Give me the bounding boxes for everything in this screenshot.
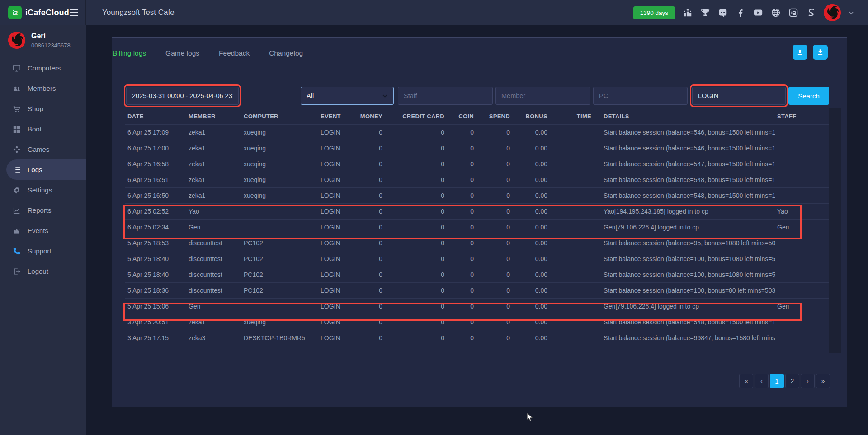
pagination: «‹12›» (739, 374, 830, 388)
cell-coin: 0 (447, 314, 476, 330)
cell-event: LOGIN (318, 187, 354, 203)
icafecloud-icon[interactable] (788, 7, 799, 18)
cell-bonus: 0.00 (512, 282, 550, 298)
page-button[interactable]: « (739, 374, 753, 388)
page-button[interactable]: 2 (785, 374, 799, 388)
tab-billing-logs[interactable]: Billing logs (113, 49, 156, 57)
cell-event: LOGIN (318, 298, 354, 314)
cell-bonus: 0.00 (512, 156, 550, 172)
table-row: 6 Apr 25 02:34GeriLOGIN00000.00Geri[79.1… (125, 219, 829, 235)
tab-changelog[interactable]: Changelog (259, 49, 312, 57)
sidebar-item-logout[interactable]: Logout (0, 261, 86, 281)
cell-details: Start balance session (balance=546, bonu… (594, 124, 775, 140)
sidebar-item-events[interactable]: Events (0, 220, 86, 241)
sidebar-menu: ComputersMembersShopBootGamesLogsSetting… (0, 58, 86, 281)
sidebar-item-reports[interactable]: Reports (0, 200, 86, 220)
cell-event: LOGIN (318, 251, 354, 267)
shop-icon (12, 104, 21, 113)
globe-icon[interactable] (770, 7, 781, 18)
topbar: i2 iCafeCloud Youngzsoft Test Cafe 1390 … (0, 0, 868, 25)
cell-computer: PC102 (241, 267, 318, 282)
menu-toggle-icon[interactable] (70, 9, 78, 16)
cell-time (550, 187, 594, 203)
cell-staff (775, 156, 829, 172)
tab-feedback[interactable]: Feedback (209, 49, 259, 57)
cell-details: Geri[79.106.226.4] logged in to cp (594, 298, 775, 314)
computers-icon (12, 64, 21, 72)
cell-staff: Geri (775, 298, 829, 314)
table-row: 6 Apr 25 02:52YaoLOGIN00000.00Yao[194.19… (125, 203, 829, 219)
cell-computer (241, 298, 318, 314)
cell-time (550, 314, 594, 330)
chevron-down-icon[interactable] (848, 9, 854, 16)
page-button[interactable]: ‹ (755, 374, 769, 388)
keyword-input[interactable] (692, 87, 786, 105)
cell-coin: 0 (447, 298, 476, 314)
cell-money: 0 (354, 267, 385, 282)
cell-computer: xueqing (241, 314, 318, 330)
cell-member: Yao (186, 203, 241, 219)
sidebar-item-boot[interactable]: Boot (0, 119, 86, 139)
facebook-icon[interactable] (735, 7, 746, 18)
cell-staff (775, 282, 829, 298)
cell-spend: 0 (476, 314, 512, 330)
cell-member: zeka1 (186, 156, 241, 172)
sidebar-item-support[interactable]: Support (0, 241, 86, 261)
member-input[interactable] (495, 87, 590, 105)
ranking-icon[interactable] (682, 7, 693, 18)
brand-logo[interactable]: i2 iCafeCloud (8, 6, 69, 19)
page-button[interactable]: › (801, 374, 815, 388)
user-avatar[interactable] (8, 32, 25, 49)
table-row: 6 Apr 25 16:58zeka1xueqingLOGIN00000.00S… (125, 156, 829, 172)
user-block: Geri 008612345678 (0, 25, 86, 49)
sidebar-item-games[interactable]: Games (0, 139, 86, 159)
cell-coin: 0 (447, 203, 476, 219)
cell-spend: 0 (476, 235, 512, 251)
staff-input[interactable] (398, 87, 493, 105)
tab-game-logs[interactable]: Game logs (156, 49, 209, 57)
youtube-icon[interactable] (753, 7, 764, 18)
sidebar-item-logs[interactable]: Logs (6, 159, 86, 180)
trophy-icon[interactable] (700, 7, 711, 18)
search-button[interactable]: Search (788, 87, 829, 105)
cell-spend: 0 (476, 267, 512, 282)
mouse-cursor (525, 412, 534, 422)
cell-computer: xueqing (241, 187, 318, 203)
upload-button[interactable] (793, 45, 807, 60)
topbar-right: 1390 days (633, 4, 868, 21)
discord-icon[interactable] (717, 7, 728, 18)
event-type-select[interactable]: All (301, 87, 394, 105)
cell-event: LOGIN (318, 124, 354, 140)
cell-staff: Yao (775, 203, 829, 219)
sidebar-item-shop[interactable]: Shop (0, 98, 86, 119)
cell-staff (775, 124, 829, 140)
cell-money: 0 (354, 298, 385, 314)
user-avatar[interactable] (824, 4, 841, 21)
pc-input[interactable] (593, 87, 688, 105)
sidebar-item-settings[interactable]: Settings (0, 180, 86, 200)
youngzsoft-icon[interactable] (806, 7, 816, 18)
filter-bar: All Search (112, 87, 847, 105)
cell-event: LOGIN (318, 140, 354, 156)
logo-section: i2 iCafeCloud (0, 0, 86, 25)
download-button[interactable] (813, 45, 828, 60)
column-header-details: DETAILS (594, 108, 775, 124)
cell-event: LOGIN (318, 235, 354, 251)
date-range-input[interactable] (126, 87, 239, 105)
table-row: 5 Apr 25 18:40discounttestPC102LOGIN0000… (125, 267, 829, 282)
cafe-title: Youngzsoft Test Cafe (102, 8, 175, 17)
cell-coin: 0 (447, 267, 476, 282)
cell-bonus: 0.00 (512, 172, 550, 187)
sidebar-item-computers[interactable]: Computers (0, 58, 86, 78)
cell-staff (775, 251, 829, 267)
page-button[interactable]: » (816, 374, 830, 388)
cell-computer: PC102 (241, 282, 318, 298)
cell-spend: 0 (476, 282, 512, 298)
cell-event: LOGIN (318, 282, 354, 298)
cell-staff (775, 187, 829, 203)
table-scrollbar[interactable] (829, 108, 841, 353)
boot-icon (12, 125, 21, 133)
page-button-current[interactable]: 1 (770, 374, 784, 388)
sidebar-item-members[interactable]: Members (0, 78, 86, 98)
cell-credit-card: 0 (385, 282, 447, 298)
